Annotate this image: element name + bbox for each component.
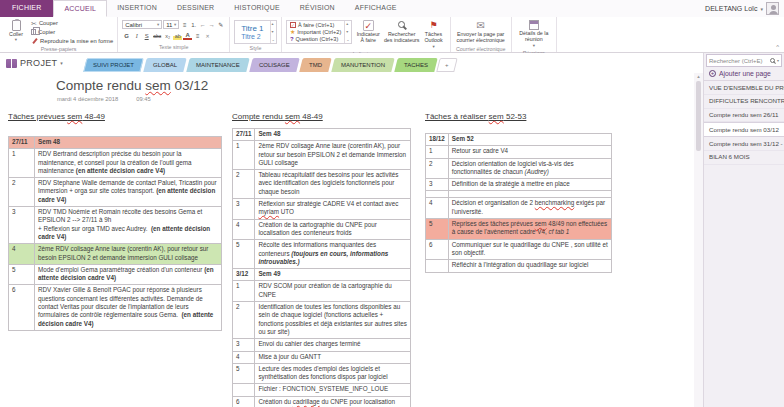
search-box[interactable]: Rechercher (Ctrl+E) ▾ bbox=[706, 54, 782, 67]
row-text-cell: Lecture des modes d'emploi des logiciels… bbox=[255, 363, 411, 384]
row-number-cell: 4 bbox=[426, 198, 449, 219]
row-number-cell: 1 bbox=[233, 141, 255, 170]
clear-formatting-button[interactable]: ✕ bbox=[203, 31, 212, 40]
row-text-cell: Création du cadrillage du CNPE pour loca… bbox=[255, 396, 411, 407]
underline-button[interactable]: S bbox=[142, 31, 151, 40]
tag-important-ctrl-2[interactable]: ★Important (Ctrl+2) bbox=[287, 28, 344, 35]
row-number-cell: 27/11 bbox=[233, 129, 255, 141]
ribbon-tab-historique[interactable]: HISTORIQUE bbox=[224, 0, 289, 17]
chevron-down-icon: ▾ bbox=[432, 44, 434, 49]
gallery-scroll-icons[interactable]: ▴ ▾ ⌄ bbox=[270, 21, 276, 43]
chevron-down-icon: ▾ bbox=[760, 6, 763, 12]
subscript-button[interactable]: x₂ bbox=[163, 31, 172, 40]
email-page-button[interactable]: ✉ Envoyer la page par courrier électroni… bbox=[455, 19, 507, 45]
gallery-scroll-icons[interactable]: ▴ ▾ ⌄ bbox=[344, 21, 350, 43]
outdent-icon[interactable]: ← bbox=[198, 20, 207, 29]
meeting-details-button[interactable]: Détails de la réunion ▾ bbox=[516, 19, 552, 49]
cut-button[interactable]: ✂ Couper bbox=[31, 19, 113, 27]
bullets-icon[interactable]: ≡ bbox=[180, 20, 189, 29]
meeting-icon bbox=[529, 20, 539, 30]
style-gallery: Titre 1Titre 2 ▴ ▾ ⌄ bbox=[234, 20, 277, 44]
section-tab-maintenance[interactable]: MAINTENANCE bbox=[186, 58, 249, 72]
scrollbar-thumb[interactable] bbox=[696, 81, 701, 151]
envelope-icon: ✉ bbox=[476, 20, 484, 31]
font-color-button[interactable]: A bbox=[183, 31, 192, 40]
row-number-cell bbox=[426, 191, 449, 198]
table-row: 27/11Sem 48 bbox=[9, 137, 222, 149]
style-items: Titre 1Titre 2 bbox=[235, 21, 269, 43]
search-tags-icon bbox=[397, 20, 406, 31]
ribbon-tab-accueil[interactable]: ACCUEIL bbox=[53, 0, 107, 17]
table-row: 3Réflexion sur stratégie CADRE V4 et con… bbox=[233, 199, 411, 220]
taches-outlook-button[interactable]: ⚑Tâches Outlook▾ bbox=[422, 19, 446, 50]
row-text-cell: RDV Stephane Walle demande de contact Pa… bbox=[35, 178, 222, 207]
page-item-difficultes-rencontres[interactable]: DIFFICULTES RENCONTRES bbox=[704, 95, 784, 109]
row-number-cell: 2 bbox=[233, 302, 255, 339]
ribbon-tab-insertion[interactable]: INSERTION bbox=[107, 0, 167, 17]
gallery-more-icon: ⌄ bbox=[346, 38, 349, 42]
page-item-vue-d-ensemble-du-projet[interactable]: VUE D'ENSEMBLE DU PROJET bbox=[704, 81, 784, 95]
italic-button[interactable]: I bbox=[132, 31, 141, 40]
group-tags: ✓À faire (Ctrl+1)★Important (Ctrl+2)?Que… bbox=[282, 17, 451, 52]
content-scrollbar[interactable]: ▴ bbox=[694, 73, 703, 407]
indicateur-a-faire-button[interactable]: ✓Indicateur À faire bbox=[355, 19, 382, 50]
ribbon-tab-revision[interactable]: RÉVISION bbox=[290, 0, 345, 17]
page-item-compte-rendu-sem-26-11[interactable]: Compte rendu sem 26/11 bbox=[704, 109, 784, 123]
add-section-button[interactable]: + bbox=[437, 58, 458, 72]
copy-icon bbox=[31, 29, 36, 35]
tag-question-ctrl-3[interactable]: ?Question (Ctrl+3) bbox=[287, 36, 344, 43]
section-tab-global[interactable]: GLOBAL bbox=[143, 58, 187, 72]
row-number-cell: 3 bbox=[9, 207, 35, 244]
section-tab-tmd[interactable]: TMD bbox=[299, 58, 331, 72]
highlight-button[interactable]: ab bbox=[173, 31, 182, 40]
page-item-compte-rendu-sem-03-12[interactable]: Compte rendu sem 03/12 bbox=[704, 122, 784, 137]
row-text-cell: RDV TMD Noémie et Romain récolte des bes… bbox=[35, 207, 222, 244]
format-brush-icon[interactable]: ✎ bbox=[216, 20, 225, 29]
scroll-up-icon[interactable]: ▴ bbox=[697, 73, 700, 79]
align-button[interactable]: ≡ bbox=[193, 31, 202, 40]
style-titre-2[interactable]: Titre 2 bbox=[241, 33, 263, 40]
page-title[interactable]: Compte rendu sem 03/12 bbox=[56, 78, 208, 93]
font-name-select[interactable]: Calibri ▾ bbox=[122, 20, 162, 29]
plus-icon: + bbox=[709, 70, 716, 77]
ribbon-tab-affichage[interactable]: AFFICHAGE bbox=[345, 0, 407, 17]
tag-a-faire-ctrl-1[interactable]: ✓À faire (Ctrl+1) bbox=[287, 21, 344, 28]
strikethrough-button[interactable]: abc bbox=[152, 31, 162, 40]
chevron-down-icon: ▾ bbox=[777, 58, 779, 63]
table-row: 1Retour sur cadre V4 bbox=[426, 146, 612, 158]
row-text-cell: Mode d'emploi Gema paramétrage création … bbox=[35, 264, 222, 285]
bold-button[interactable]: G bbox=[122, 31, 131, 40]
ribbon-tab-fichier[interactable]: FICHIER bbox=[0, 0, 53, 17]
row-text-cell: Réfléchir à l'intégration du quadrillage… bbox=[448, 260, 611, 272]
copy-button[interactable]: Copier bbox=[31, 28, 113, 36]
rechercher-des-indicateurs-button[interactable]: Rechercher des indicateurs bbox=[382, 19, 422, 50]
section-tab-manutention[interactable]: MANUTENTION bbox=[331, 58, 394, 72]
avatar bbox=[766, 2, 779, 15]
indent-icon[interactable]: → bbox=[207, 20, 216, 29]
row-text-cell: Sem 49 bbox=[255, 269, 411, 281]
page-canvas[interactable]: Compte rendu sem 03/12 mardi 4 décembre … bbox=[0, 73, 694, 407]
section-tab-colisage[interactable]: COLISAGE bbox=[249, 58, 299, 72]
section-tab-taches[interactable]: TACHES bbox=[394, 58, 437, 72]
tasks-table: 27/11Sem 4812ème RDV colisage Anne laure… bbox=[232, 128, 411, 407]
page-item-bilan-6-mois[interactable]: BILAN 6 MOIS bbox=[704, 151, 784, 165]
notebook-switcher[interactable]: PROJET ▾ bbox=[6, 58, 63, 68]
add-page-button[interactable]: + Ajouter une page bbox=[704, 67, 784, 81]
paste-button[interactable]: Coller ▾ bbox=[4, 19, 28, 44]
font-size-select[interactable]: 11 ▾ bbox=[163, 20, 179, 29]
ribbon-tab-bar: FICHIERACCUEILINSERTIONDESSINERHISTORIQU… bbox=[0, 0, 784, 17]
collapse-ribbon-icon[interactable]: ^ bbox=[776, 44, 779, 50]
row-text-cell: Récolte des informations manquantes des … bbox=[255, 240, 411, 269]
row-text-cell: RDV Xavier Gille & Benoît PGAC pour répo… bbox=[35, 285, 222, 330]
numbering-icon[interactable]: 1. bbox=[189, 20, 198, 29]
page-item-compte-rendu-sem-31-12-25-01[interactable]: Compte rendu sem 31/12 - 25/01 bbox=[704, 137, 784, 151]
section-tab-suivi-projet[interactable]: SUIVI PROJET bbox=[83, 58, 144, 72]
ribbon-tab-dessiner[interactable]: DESSINER bbox=[167, 0, 224, 17]
style-titre-1[interactable]: Titre 1 bbox=[241, 24, 263, 33]
table-row: 2Tableau récapitulatif des besoins pour … bbox=[233, 170, 411, 199]
row-text-cell: Communiquer sur le quadrillage du CNPE ,… bbox=[448, 239, 611, 260]
row-text-cell: Identification de toutes les fonctions d… bbox=[255, 302, 411, 339]
user-account[interactable]: DELETANG Loïc ▾ bbox=[705, 2, 779, 15]
note-column-1: Compte rendu sem 48-4927/11Sem 4812ème R… bbox=[232, 112, 411, 407]
format-painter-button[interactable]: Reproduire la mise en forme bbox=[31, 37, 113, 45]
